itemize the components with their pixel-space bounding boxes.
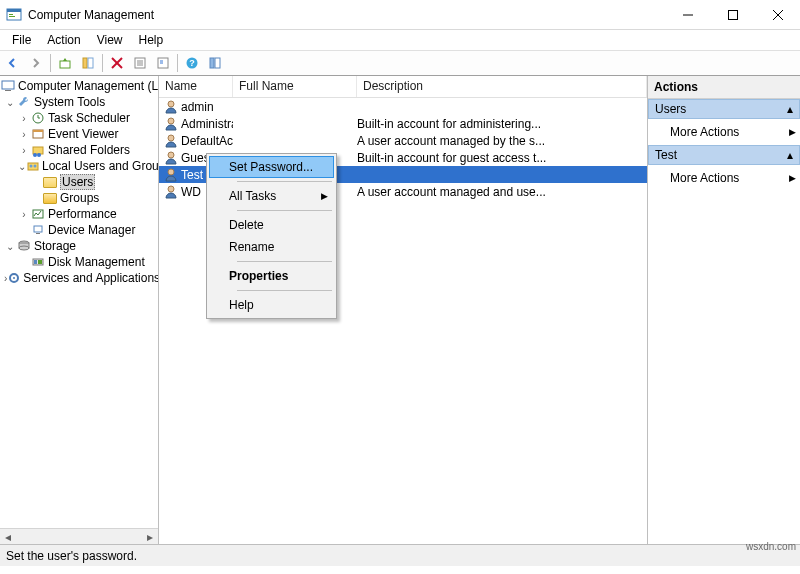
row-description: A user account managed and use... [357, 185, 647, 199]
svg-rect-2 [9, 14, 13, 15]
scroll-track[interactable] [16, 529, 142, 544]
minimize-button[interactable] [665, 0, 710, 29]
svg-rect-5 [728, 10, 737, 19]
user-icon [163, 167, 179, 183]
tree-root[interactable]: Computer Management (Local [18, 79, 159, 93]
toolbar: ? [0, 50, 800, 76]
svg-rect-10 [88, 58, 93, 68]
ctx-rename[interactable]: Rename [209, 236, 334, 258]
actions-more-test[interactable]: More Actions▶ [648, 165, 800, 191]
svg-rect-39 [36, 233, 40, 234]
export-button[interactable] [204, 52, 226, 74]
actions-group-test[interactable]: Test▴ [648, 145, 800, 165]
ctx-delete[interactable]: Delete [209, 214, 334, 236]
scroll-right-icon[interactable]: ▸ [142, 529, 158, 544]
context-menu: Set Password... All Tasks▶ Delete Rename… [206, 153, 337, 319]
tree-disk-management[interactable]: Disk Management [48, 255, 145, 269]
list-row[interactable]: AdministratorBuilt-in account for admini… [159, 115, 647, 132]
menu-bar: File Action View Help [0, 30, 800, 50]
ctx-separator [237, 210, 332, 211]
column-description[interactable]: Description [357, 76, 647, 97]
svg-point-50 [168, 135, 174, 141]
forward-button[interactable] [25, 52, 47, 74]
ctx-separator [237, 261, 332, 262]
tree-device-manager[interactable]: Device Manager [48, 223, 135, 237]
column-fullname[interactable]: Full Name [233, 76, 357, 97]
actions-header: Actions [648, 76, 800, 99]
tree-groups[interactable]: Groups [60, 191, 99, 205]
expand-icon[interactable]: › [18, 113, 30, 124]
tree-local-users-groups[interactable]: Local Users and Groups [42, 159, 159, 173]
tree-system-tools[interactable]: System Tools [34, 95, 105, 109]
ctx-help[interactable]: Help [209, 294, 334, 316]
svg-rect-25 [5, 90, 11, 91]
tree-event-viewer[interactable]: Event Viewer [48, 127, 118, 141]
users-group-icon [26, 158, 40, 174]
menu-view[interactable]: View [89, 31, 131, 49]
svg-point-36 [34, 165, 37, 168]
storage-icon [16, 238, 32, 254]
expand-icon[interactable]: › [18, 209, 30, 220]
tree-services-applications[interactable]: Services and Applications [23, 271, 159, 285]
column-name[interactable]: Name [159, 76, 233, 97]
show-hide-button[interactable] [77, 52, 99, 74]
row-name: admin [181, 100, 214, 114]
svg-rect-8 [60, 61, 70, 68]
expand-icon[interactable]: ⌄ [4, 97, 16, 108]
up-button[interactable] [54, 52, 76, 74]
svg-point-33 [37, 153, 41, 157]
tree-task-scheduler[interactable]: Task Scheduler [48, 111, 130, 125]
menu-file[interactable]: File [4, 31, 39, 49]
row-name: Test [181, 168, 203, 182]
folder-icon [42, 190, 58, 206]
ctx-properties[interactable]: Properties [209, 265, 334, 287]
row-description: Built-in account for guest access t... [357, 151, 647, 165]
clock-icon [30, 110, 46, 126]
delete-button[interactable] [106, 52, 128, 74]
actions-group-users[interactable]: Users▴ [648, 99, 800, 119]
tree-users[interactable]: Users [60, 174, 95, 190]
svg-point-47 [13, 277, 15, 279]
toolbar-separator [50, 54, 51, 72]
properties-button[interactable] [129, 52, 151, 74]
svg-rect-45 [38, 260, 42, 264]
chevron-right-icon: ▶ [321, 191, 328, 201]
tree-performance[interactable]: Performance [48, 207, 117, 221]
user-icon [163, 116, 179, 132]
back-button[interactable] [2, 52, 24, 74]
row-name: Administrator [181, 117, 233, 131]
maximize-button[interactable] [710, 0, 755, 29]
tree-shared-folders[interactable]: Shared Folders [48, 143, 130, 157]
list-row[interactable]: DefaultAccoA user account managed by the… [159, 132, 647, 149]
list-row[interactable]: admin [159, 98, 647, 115]
svg-rect-1 [7, 9, 21, 12]
expand-icon[interactable]: ⌄ [4, 241, 16, 252]
svg-rect-44 [34, 260, 37, 264]
watermark: wsxdn.com [746, 541, 796, 552]
refresh-button[interactable] [152, 52, 174, 74]
svg-text:?: ? [189, 58, 195, 68]
svg-rect-3 [9, 16, 15, 17]
tree-scrollbar[interactable]: ◂ ▸ [0, 528, 158, 544]
close-button[interactable] [755, 0, 800, 29]
tree-storage[interactable]: Storage [34, 239, 76, 253]
actions-more-users[interactable]: More Actions▶ [648, 119, 800, 145]
svg-point-35 [30, 165, 33, 168]
help-button[interactable]: ? [181, 52, 203, 74]
ctx-all-tasks[interactable]: All Tasks▶ [209, 185, 334, 207]
expand-icon[interactable]: › [18, 129, 30, 140]
expand-icon[interactable]: › [18, 145, 30, 156]
shared-folder-icon [30, 142, 46, 158]
ctx-separator [237, 181, 332, 182]
svg-rect-23 [215, 58, 220, 68]
svg-point-48 [168, 101, 174, 107]
expand-icon[interactable]: ⌄ [18, 161, 26, 172]
user-icon [163, 184, 179, 200]
menu-action[interactable]: Action [39, 31, 88, 49]
status-text: Set the user's password. [6, 549, 137, 563]
svg-rect-34 [28, 163, 38, 170]
scroll-left-icon[interactable]: ◂ [0, 529, 16, 544]
menu-help[interactable]: Help [131, 31, 172, 49]
title-bar: Computer Management [0, 0, 800, 30]
ctx-set-password[interactable]: Set Password... [209, 156, 334, 178]
